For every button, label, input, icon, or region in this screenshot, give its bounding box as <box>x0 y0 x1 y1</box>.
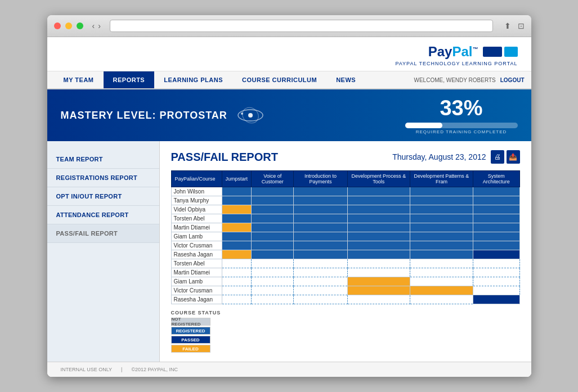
table-cell <box>410 232 473 241</box>
sidebar-item-registrations-report[interactable]: REGISTRATIONS REPORT <box>47 169 159 187</box>
table-cell <box>410 295 473 304</box>
browser-close-dot[interactable] <box>54 22 61 29</box>
table-row: Giam Lamb <box>171 232 519 241</box>
nav-user-section: WELCOME, WENDY ROBERTS LOGOUT <box>414 77 525 83</box>
report-table: PayPalian/Course Jumpstart Voice of Cust… <box>171 170 520 304</box>
report-icons: 🖨 📤 <box>491 150 520 164</box>
browser-minimize-dot[interactable] <box>65 22 72 29</box>
table-cell <box>410 250 473 259</box>
browser-maximize-dot[interactable] <box>77 22 83 29</box>
table-cell <box>252 268 294 277</box>
table-cell <box>252 223 294 232</box>
nav-logout-button[interactable]: LOGOUT <box>500 77 525 83</box>
sidebar-item-team-report[interactable]: TEAM REPORT <box>47 150 159 169</box>
report-area: PASS/FAIL REPORT Thursday, August 23, 20… <box>160 141 531 362</box>
legend-color-not-registered: NOT REGISTERED <box>171 318 210 326</box>
header-logo-row: PayPal™ <box>395 44 517 60</box>
app-header: PayPal™ PAYPAL TECHNOLOGY LEARNING PORTA… <box>47 37 531 71</box>
table-cell <box>347 205 410 214</box>
table-row: Rasesha Jagan <box>171 295 519 304</box>
legend-passed: PASSED <box>171 336 520 344</box>
table-cell <box>222 277 252 286</box>
legend-items: NOT REGISTERED REGISTERED PASSED FAILED <box>171 318 520 353</box>
table-cell <box>222 241 252 250</box>
col-header-intro: Introduction to Payments <box>294 171 347 187</box>
sidebar-item-opt-in-out-report[interactable]: OPT IN/OUT REPORT <box>47 187 159 206</box>
cell-name: Victor Crusman <box>171 241 222 250</box>
cell-name: Torsten Abel <box>171 259 222 268</box>
table-cell <box>473 268 519 277</box>
cell-name: Videl Opbiya <box>171 205 222 214</box>
report-date: Thursday, August 23, 2012 <box>392 152 486 161</box>
table-cell <box>252 241 294 250</box>
paypal-logo-text: PayPal™ <box>428 44 478 60</box>
table-row: Victor Crusman <box>171 286 519 295</box>
app-container: PayPal™ PAYPAL TECHNOLOGY LEARNING PORTA… <box>47 37 531 377</box>
table-cell <box>294 295 347 304</box>
report-title: PASS/FAIL REPORT <box>171 151 278 164</box>
table-cell <box>294 223 347 232</box>
table-row: Martin Dtiamei <box>171 223 519 232</box>
table-cell <box>222 214 252 223</box>
table-cell <box>294 277 347 286</box>
nav-item-news[interactable]: NEWS <box>326 71 365 88</box>
nav-item-learning-plans[interactable]: LEARNING PLANS <box>154 71 232 88</box>
paypal-subtitle: PAYPAL TECHNOLOGY LEARNING PORTAL <box>395 61 517 66</box>
table-cell <box>294 259 347 268</box>
cell-name: Rasesha Jagan <box>171 295 222 304</box>
nav-item-course-curriculum[interactable]: COURSE CURRICULUM <box>232 71 326 88</box>
nav-item-reports[interactable]: REPORTS <box>104 71 155 88</box>
table-cell <box>222 223 252 232</box>
table-cell <box>347 286 410 295</box>
table-cell <box>347 223 410 232</box>
table-cell <box>410 241 473 250</box>
browser-share-icon[interactable]: ⬆ <box>504 21 511 30</box>
table-cell <box>473 196 519 205</box>
table-cell <box>410 268 473 277</box>
legend-section: COURSE STATUS NOT REGISTERED REGISTERED … <box>171 310 520 353</box>
table-cell <box>410 187 473 196</box>
app-footer: INTERNAL USE ONLY | ©2012 PAYPAL, INC <box>47 362 531 377</box>
table-cell <box>410 196 473 205</box>
report-export-button[interactable]: 📤 <box>507 150 520 164</box>
browser-forward-button[interactable]: › <box>98 21 101 30</box>
footer-internal: INTERNAL USE ONLY <box>61 367 113 372</box>
nav-welcome-text: WELCOME, WENDY ROBERTS <box>414 77 496 83</box>
table-cell <box>222 295 252 304</box>
nav-item-my-team[interactable]: MY TEAM <box>54 71 104 88</box>
table-cell <box>347 277 410 286</box>
table-cell <box>410 286 473 295</box>
mastery-percent: 33% <box>405 96 518 120</box>
cell-name: Giam Lamb <box>171 232 222 241</box>
table-cell <box>410 259 473 268</box>
mastery-progress-bar <box>405 123 518 128</box>
table-cell <box>473 241 519 250</box>
report-date-area: Thursday, August 23, 2012 🖨 📤 <box>392 150 519 164</box>
col-header-dev-process: Development Process & Tools <box>347 171 410 187</box>
legend-title: COURSE STATUS <box>171 310 520 316</box>
table-row: Videl Opbiya <box>171 205 519 214</box>
table-cell <box>347 187 410 196</box>
table-cell <box>473 295 519 304</box>
table-cell <box>473 232 519 241</box>
browser-address-bar[interactable] <box>110 20 493 32</box>
sidebar: TEAM REPORT REGISTRATIONS REPORT OPT IN/… <box>47 141 160 362</box>
table-cell <box>222 286 252 295</box>
svg-point-2 <box>248 113 253 118</box>
table-cell <box>294 241 347 250</box>
browser-back-button[interactable]: ‹ <box>92 21 95 30</box>
report-header: PASS/FAIL REPORT Thursday, August 23, 20… <box>171 150 520 164</box>
sidebar-item-pass-fail-report[interactable]: PASS/FAIL REPORT <box>47 224 159 243</box>
table-cell <box>252 187 294 196</box>
table-cell <box>473 223 519 232</box>
browser-bookmark-icon[interactable]: ⊡ <box>518 21 525 30</box>
table-cell <box>347 214 410 223</box>
table-row: Victor Crusman <box>171 241 519 250</box>
sidebar-item-attendance-report[interactable]: ATTENDANCE REPORT <box>47 206 159 224</box>
legend-color-failed: FAILED <box>171 345 210 353</box>
table-cell <box>347 295 410 304</box>
table-cell <box>473 286 519 295</box>
report-print-button[interactable]: 🖨 <box>491 150 504 164</box>
paypal-logo-bars <box>483 47 518 57</box>
table-row: Rasesha Jagan <box>171 250 519 259</box>
